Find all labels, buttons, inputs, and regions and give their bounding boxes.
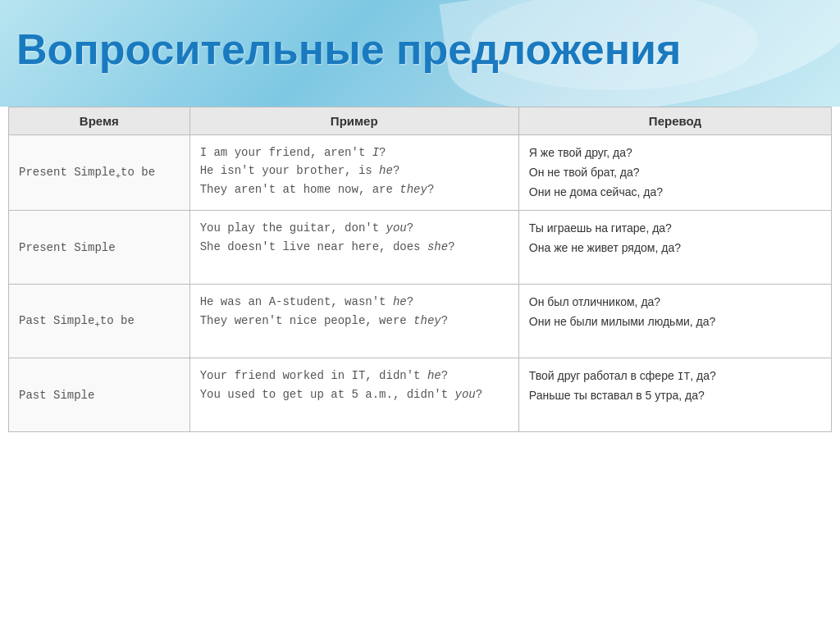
- page-title: Вопросительные предложения: [16, 25, 681, 74]
- example-cell-2: He was an A-student, wasn't he?They were…: [189, 285, 518, 358]
- translate-cell-1: Ты играешь на гитаре, да?Она же не живет…: [518, 211, 831, 285]
- example-cell-1: You play the guitar, don't you?She doesn…: [189, 211, 518, 285]
- example-cell-3: Your friend worked in IT, didn't he?You …: [189, 358, 518, 432]
- table-row: Past Simple+to beHe was an A-student, wa…: [9, 285, 832, 358]
- col-header-time: Время: [9, 107, 190, 135]
- table-row: Past SimpleYour friend worked in IT, did…: [9, 358, 832, 432]
- table-row: Present SimpleYou play the guitar, don't…: [9, 211, 832, 285]
- translate-cell-2: Он был отличником, да?Они не были милыми…: [518, 285, 831, 358]
- main-content: Время Пример Перевод Present Simple+to b…: [8, 107, 832, 625]
- time-cell-0: Present Simple+to be: [9, 135, 190, 211]
- time-cell-3: Past Simple: [9, 358, 190, 432]
- time-cell-2: Past Simple+to be: [9, 285, 190, 358]
- grammar-table: Время Пример Перевод Present Simple+to b…: [8, 107, 832, 432]
- translate-cell-0: Я же твой друг, да?Он не твой брат, да?О…: [518, 135, 831, 211]
- time-cell-1: Present Simple: [9, 211, 190, 285]
- col-header-translate: Перевод: [518, 107, 831, 135]
- translate-cell-3: Твой друг работал в сфере IT, да?Раньше …: [518, 358, 831, 432]
- col-header-example: Пример: [189, 107, 518, 135]
- table-row: Present Simple+to beI am your friend, ar…: [9, 135, 832, 211]
- example-cell-0: I am your friend, aren't I?He isn't your…: [189, 135, 518, 211]
